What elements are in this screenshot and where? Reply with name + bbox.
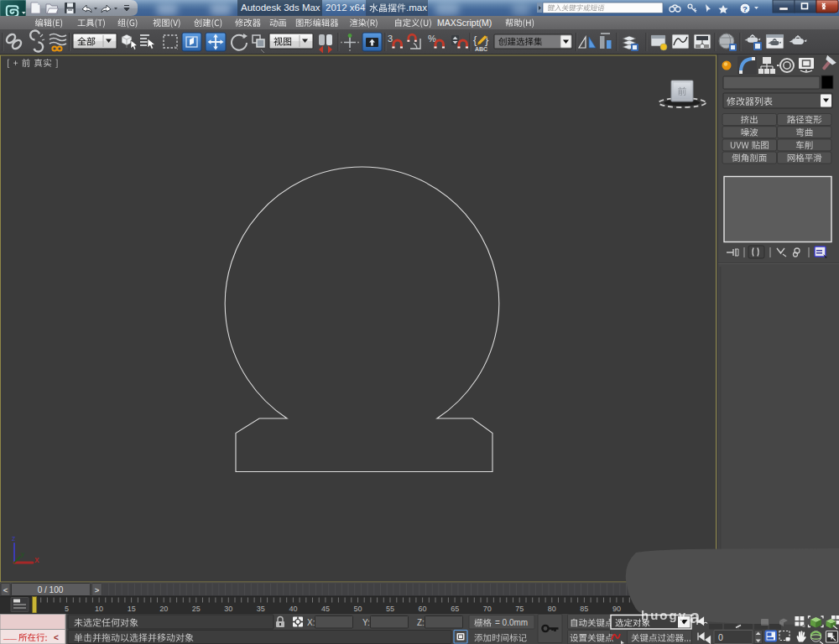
svg-text:85: 85 <box>580 605 588 613</box>
svg-text:25: 25 <box>192 605 201 613</box>
svg-text:X:: X: <box>307 618 315 627</box>
svg-text:70: 70 <box>483 605 492 613</box>
svg-text:5: 5 <box>65 605 69 613</box>
svg-text:15: 15 <box>128 605 136 613</box>
svg-text:{: { <box>473 34 477 46</box>
svg-text:90: 90 <box>612 605 621 613</box>
svg-text:——: —— <box>3 635 17 642</box>
svg-text:0: 0 <box>718 632 723 642</box>
svg-text:55: 55 <box>386 605 394 613</box>
svg-text:30: 30 <box>224 605 232 613</box>
svg-text:MAXScript(M): MAXScript(M) <box>437 18 492 28</box>
svg-text:<: < <box>3 585 8 595</box>
svg-text:75: 75 <box>515 605 524 613</box>
svg-text:50: 50 <box>353 605 362 613</box>
svg-text:a: a <box>690 606 701 627</box>
svg-text:3: 3 <box>388 34 393 44</box>
svg-text:80: 80 <box>548 605 556 613</box>
svg-text:40: 40 <box>289 605 297 613</box>
svg-text:45: 45 <box>321 605 330 613</box>
svg-text:20: 20 <box>159 605 168 613</box>
svg-text:x: x <box>34 555 39 564</box>
svg-text:65: 65 <box>451 605 459 613</box>
svg-text:>: > <box>95 585 100 595</box>
svg-text:.max: .max <box>406 3 427 13</box>
svg-text:60: 60 <box>419 605 427 613</box>
svg-text:}: } <box>485 34 489 46</box>
svg-text:Y:: Y: <box>362 618 370 627</box>
svg-text:2012 x64: 2012 x64 <box>326 3 366 13</box>
svg-text:<: < <box>54 633 59 642</box>
svg-text:huogy: huogy <box>641 608 687 622</box>
svg-text:Z:: Z: <box>417 618 425 627</box>
svg-text:?: ? <box>743 4 748 13</box>
svg-text:ABC: ABC <box>475 46 487 52</box>
svg-text:= 0.0mm: = 0.0mm <box>495 618 528 627</box>
svg-text:0 / 100: 0 / 100 <box>38 585 64 595</box>
svg-text:35: 35 <box>257 605 265 613</box>
svg-text:y: y <box>21 550 24 558</box>
svg-text:10: 10 <box>95 605 103 613</box>
svg-text:z: z <box>12 534 16 543</box>
svg-text:Autodesk 3ds Max: Autodesk 3ds Max <box>241 3 320 13</box>
